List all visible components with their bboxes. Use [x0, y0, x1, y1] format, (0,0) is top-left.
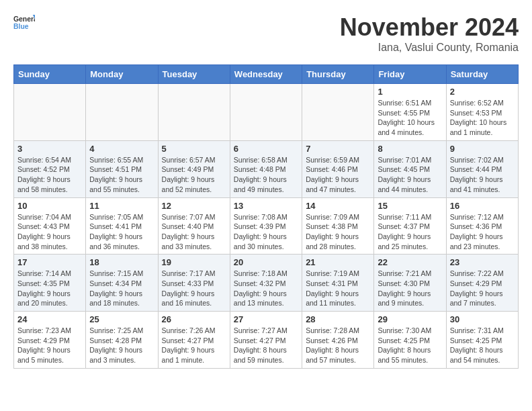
day-info: Sunrise: 7:26 AM Sunset: 4:27 PM Dayligh…: [162, 326, 226, 365]
day-info: Sunrise: 7:23 AM Sunset: 4:29 PM Dayligh…: [17, 326, 82, 365]
day-info: Sunrise: 7:28 AM Sunset: 4:26 PM Dayligh…: [306, 326, 370, 365]
calendar-cell: 22Sunrise: 7:21 AM Sunset: 4:30 PM Dayli…: [374, 255, 446, 312]
calendar-cell: 8Sunrise: 7:01 AM Sunset: 4:45 PM Daylig…: [374, 140, 446, 197]
calendar-cell: [158, 84, 230, 141]
day-number: 23: [450, 257, 515, 267]
day-info: Sunrise: 7:27 AM Sunset: 4:27 PM Dayligh…: [234, 326, 298, 365]
day-info: Sunrise: 6:52 AM Sunset: 4:53 PM Dayligh…: [450, 98, 515, 138]
calendar-cell: 26Sunrise: 7:26 AM Sunset: 4:27 PM Dayli…: [158, 312, 230, 369]
day-number: 26: [162, 314, 226, 324]
day-number: 22: [378, 257, 442, 267]
calendar-cell: 5Sunrise: 6:57 AM Sunset: 4:49 PM Daylig…: [158, 140, 230, 197]
day-number: 24: [17, 314, 82, 324]
day-info: Sunrise: 7:12 AM Sunset: 4:36 PM Dayligh…: [450, 212, 515, 252]
day-header-thursday: Thursday: [302, 65, 374, 84]
day-number: 28: [306, 314, 370, 324]
day-info: Sunrise: 7:14 AM Sunset: 4:35 PM Dayligh…: [17, 269, 82, 308]
day-number: 5: [162, 144, 226, 154]
header: General Blue November 2024 Iana, Vaslui …: [13, 13, 519, 54]
calendar-cell: 29Sunrise: 7:30 AM Sunset: 4:25 PM Dayli…: [374, 312, 446, 369]
day-header-sunday: Sunday: [14, 65, 86, 84]
logo: General Blue: [13, 13, 35, 32]
day-number: 10: [17, 201, 82, 211]
day-info: Sunrise: 7:08 AM Sunset: 4:39 PM Dayligh…: [234, 212, 298, 252]
day-info: Sunrise: 7:15 AM Sunset: 4:34 PM Dayligh…: [89, 269, 154, 308]
day-number: 6: [234, 144, 298, 154]
day-number: 8: [378, 144, 442, 154]
day-number: 12: [162, 201, 226, 211]
day-number: 15: [378, 201, 442, 211]
calendar-cell: 30Sunrise: 7:31 AM Sunset: 4:25 PM Dayli…: [446, 312, 518, 369]
day-header-tuesday: Tuesday: [158, 65, 230, 84]
calendar-cell: [302, 84, 374, 141]
day-info: Sunrise: 7:05 AM Sunset: 4:41 PM Dayligh…: [89, 212, 154, 252]
day-info: Sunrise: 7:17 AM Sunset: 4:33 PM Dayligh…: [162, 269, 226, 308]
day-number: 27: [234, 314, 298, 324]
subtitle: Iana, Vaslui County, Romania: [340, 42, 519, 54]
day-header-friday: Friday: [374, 65, 446, 84]
calendar-cell: 13Sunrise: 7:08 AM Sunset: 4:39 PM Dayli…: [230, 197, 302, 255]
day-number: 11: [89, 201, 154, 211]
day-number: 9: [450, 144, 515, 154]
svg-text:Blue: Blue: [13, 23, 29, 30]
day-info: Sunrise: 7:07 AM Sunset: 4:40 PM Dayligh…: [162, 212, 226, 252]
day-info: Sunrise: 7:11 AM Sunset: 4:37 PM Dayligh…: [378, 212, 442, 252]
day-info: Sunrise: 6:55 AM Sunset: 4:51 PM Dayligh…: [89, 155, 154, 195]
month-title: November 2024: [340, 13, 519, 42]
day-info: Sunrise: 6:59 AM Sunset: 4:46 PM Dayligh…: [306, 155, 370, 195]
calendar-cell: 3Sunrise: 6:54 AM Sunset: 4:52 PM Daylig…: [14, 140, 86, 197]
calendar-cell: 14Sunrise: 7:09 AM Sunset: 4:38 PM Dayli…: [302, 197, 374, 255]
calendar-cell: 1Sunrise: 6:51 AM Sunset: 4:55 PM Daylig…: [374, 84, 446, 141]
day-number: 16: [450, 201, 515, 211]
day-info: Sunrise: 7:19 AM Sunset: 4:31 PM Dayligh…: [306, 269, 370, 308]
day-info: Sunrise: 7:02 AM Sunset: 4:44 PM Dayligh…: [450, 155, 515, 195]
day-info: Sunrise: 6:51 AM Sunset: 4:55 PM Dayligh…: [378, 98, 442, 138]
day-number: 17: [17, 257, 82, 267]
calendar-cell: 18Sunrise: 7:15 AM Sunset: 4:34 PM Dayli…: [86, 255, 158, 312]
day-number: 21: [306, 257, 370, 267]
calendar-cell: 21Sunrise: 7:19 AM Sunset: 4:31 PM Dayli…: [302, 255, 374, 312]
day-number: 19: [162, 257, 226, 267]
day-number: 18: [89, 257, 154, 267]
day-header-saturday: Saturday: [446, 65, 518, 84]
day-info: Sunrise: 7:09 AM Sunset: 4:38 PM Dayligh…: [306, 212, 370, 252]
svg-text:General: General: [13, 15, 35, 23]
day-info: Sunrise: 6:58 AM Sunset: 4:48 PM Dayligh…: [234, 155, 298, 195]
calendar-cell: 11Sunrise: 7:05 AM Sunset: 4:41 PM Dayli…: [86, 197, 158, 255]
day-number: 3: [17, 144, 82, 154]
day-header-monday: Monday: [86, 65, 158, 84]
day-info: Sunrise: 7:31 AM Sunset: 4:25 PM Dayligh…: [450, 326, 515, 365]
calendar-cell: 15Sunrise: 7:11 AM Sunset: 4:37 PM Dayli…: [374, 197, 446, 255]
calendar-cell: [14, 84, 86, 141]
day-number: 13: [234, 201, 298, 211]
day-number: 30: [450, 314, 515, 324]
calendar-cell: 9Sunrise: 7:02 AM Sunset: 4:44 PM Daylig…: [446, 140, 518, 197]
day-number: 29: [378, 314, 442, 324]
day-info: Sunrise: 6:54 AM Sunset: 4:52 PM Dayligh…: [17, 155, 82, 195]
calendar-cell: 23Sunrise: 7:22 AM Sunset: 4:29 PM Dayli…: [446, 255, 518, 312]
calendar-cell: 10Sunrise: 7:04 AM Sunset: 4:43 PM Dayli…: [14, 197, 86, 255]
calendar-cell: 20Sunrise: 7:18 AM Sunset: 4:32 PM Dayli…: [230, 255, 302, 312]
calendar-cell: [230, 84, 302, 141]
day-info: Sunrise: 7:18 AM Sunset: 4:32 PM Dayligh…: [234, 269, 298, 308]
calendar-cell: 2Sunrise: 6:52 AM Sunset: 4:53 PM Daylig…: [446, 84, 518, 141]
day-info: Sunrise: 7:21 AM Sunset: 4:30 PM Dayligh…: [378, 269, 442, 308]
calendar-cell: [86, 84, 158, 141]
calendar-cell: 16Sunrise: 7:12 AM Sunset: 4:36 PM Dayli…: [446, 197, 518, 255]
logo-icon: General Blue: [13, 13, 35, 32]
day-number: 7: [306, 144, 370, 154]
calendar-cell: 24Sunrise: 7:23 AM Sunset: 4:29 PM Dayli…: [14, 312, 86, 369]
day-info: Sunrise: 7:01 AM Sunset: 4:45 PM Dayligh…: [378, 155, 442, 195]
day-info: Sunrise: 7:25 AM Sunset: 4:28 PM Dayligh…: [89, 326, 154, 365]
calendar-cell: 27Sunrise: 7:27 AM Sunset: 4:27 PM Dayli…: [230, 312, 302, 369]
day-header-wednesday: Wednesday: [230, 65, 302, 84]
calendar-cell: 4Sunrise: 6:55 AM Sunset: 4:51 PM Daylig…: [86, 140, 158, 197]
calendar-cell: 28Sunrise: 7:28 AM Sunset: 4:26 PM Dayli…: [302, 312, 374, 369]
calendar-cell: 7Sunrise: 6:59 AM Sunset: 4:46 PM Daylig…: [302, 140, 374, 197]
calendar-cell: 17Sunrise: 7:14 AM Sunset: 4:35 PM Dayli…: [14, 255, 86, 312]
day-info: Sunrise: 6:57 AM Sunset: 4:49 PM Dayligh…: [162, 155, 226, 195]
day-number: 25: [89, 314, 154, 324]
day-info: Sunrise: 7:30 AM Sunset: 4:25 PM Dayligh…: [378, 326, 442, 365]
day-number: 2: [450, 87, 515, 97]
day-number: 14: [306, 201, 370, 211]
